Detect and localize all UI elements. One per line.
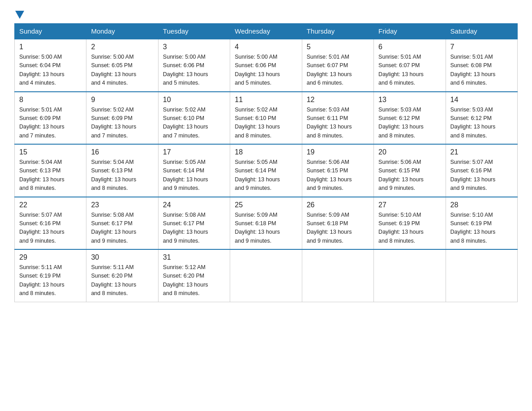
day-info: Sunrise: 5:11 AMSunset: 6:19 PMDaylight:… <box>19 264 64 296</box>
calendar-header-row: SundayMondayTuesdayWednesdayThursdayFrid… <box>15 24 518 39</box>
day-info: Sunrise: 5:01 AMSunset: 6:07 PMDaylight:… <box>307 54 352 86</box>
day-of-week-header: Friday <box>374 24 446 39</box>
day-number: 11 <box>235 96 297 104</box>
day-number: 17 <box>163 148 225 156</box>
day-number: 16 <box>91 148 153 156</box>
day-of-week-header: Tuesday <box>158 24 230 39</box>
day-info: Sunrise: 5:06 AMSunset: 6:15 PMDaylight:… <box>378 159 424 191</box>
day-number: 31 <box>163 253 225 261</box>
day-number: 13 <box>378 96 441 104</box>
calendar-day-cell: 10 Sunrise: 5:02 AMSunset: 6:10 PMDaylig… <box>158 92 230 145</box>
day-info: Sunrise: 5:04 AMSunset: 6:13 PMDaylight:… <box>91 159 136 191</box>
calendar-day-cell: 25 Sunrise: 5:09 AMSunset: 6:18 PMDaylig… <box>230 197 302 250</box>
calendar-day-cell: 16 Sunrise: 5:04 AMSunset: 6:13 PMDaylig… <box>86 144 158 197</box>
day-info: Sunrise: 5:00 AMSunset: 6:04 PMDaylight:… <box>19 54 64 86</box>
day-number: 18 <box>235 148 297 156</box>
calendar-day-cell: 22 Sunrise: 5:07 AMSunset: 6:16 PMDaylig… <box>15 197 86 250</box>
day-number: 10 <box>163 96 225 104</box>
day-info: Sunrise: 5:00 AMSunset: 6:06 PMDaylight:… <box>163 54 208 86</box>
calendar-day-cell: 2 Sunrise: 5:00 AMSunset: 6:05 PMDayligh… <box>86 39 158 92</box>
day-info: Sunrise: 5:06 AMSunset: 6:15 PMDaylight:… <box>307 159 352 191</box>
day-number: 7 <box>450 43 513 51</box>
calendar-day-cell: 13 Sunrise: 5:03 AMSunset: 6:12 PMDaylig… <box>374 92 446 145</box>
day-info: Sunrise: 5:10 AMSunset: 6:19 PMDaylight:… <box>450 212 496 244</box>
calendar-week-row: 1 Sunrise: 5:00 AMSunset: 6:04 PMDayligh… <box>15 39 518 92</box>
day-info: Sunrise: 5:01 AMSunset: 6:09 PMDaylight:… <box>19 107 64 139</box>
calendar-day-cell: 7 Sunrise: 5:01 AMSunset: 6:08 PMDayligh… <box>446 39 517 92</box>
calendar-day-cell: 11 Sunrise: 5:02 AMSunset: 6:10 PMDaylig… <box>230 92 302 145</box>
calendar-day-cell: 29 Sunrise: 5:11 AMSunset: 6:19 PMDaylig… <box>15 249 86 302</box>
calendar-day-cell: 9 Sunrise: 5:02 AMSunset: 6:09 PMDayligh… <box>86 92 158 145</box>
day-info: Sunrise: 5:02 AMSunset: 6:10 PMDaylight:… <box>163 107 208 139</box>
day-info: Sunrise: 5:08 AMSunset: 6:17 PMDaylight:… <box>163 212 208 244</box>
calendar-day-cell: 31 Sunrise: 5:12 AMSunset: 6:20 PMDaylig… <box>158 249 230 302</box>
day-of-week-header: Saturday <box>446 24 517 39</box>
day-of-week-header: Wednesday <box>230 24 302 39</box>
day-number: 14 <box>450 96 513 104</box>
calendar-day-cell: 5 Sunrise: 5:01 AMSunset: 6:07 PMDayligh… <box>302 39 373 92</box>
calendar-day-cell: 12 Sunrise: 5:03 AMSunset: 6:11 PMDaylig… <box>302 92 373 145</box>
calendar-day-cell: 4 Sunrise: 5:00 AMSunset: 6:06 PMDayligh… <box>230 39 302 92</box>
day-number: 22 <box>19 201 82 209</box>
calendar-day-cell: 30 Sunrise: 5:11 AMSunset: 6:20 PMDaylig… <box>86 249 158 302</box>
calendar-day-cell: 24 Sunrise: 5:08 AMSunset: 6:17 PMDaylig… <box>158 197 230 250</box>
day-number: 30 <box>91 253 153 261</box>
day-info: Sunrise: 5:00 AMSunset: 6:05 PMDaylight:… <box>91 54 136 86</box>
day-number: 27 <box>378 201 441 209</box>
day-of-week-header: Thursday <box>302 24 373 39</box>
day-info: Sunrise: 5:03 AMSunset: 6:12 PMDaylight:… <box>378 107 424 139</box>
calendar-week-row: 8 Sunrise: 5:01 AMSunset: 6:09 PMDayligh… <box>15 92 518 145</box>
day-number: 23 <box>91 201 153 209</box>
calendar-day-cell <box>230 249 302 302</box>
day-number: 3 <box>163 43 225 51</box>
calendar-day-cell: 26 Sunrise: 5:09 AMSunset: 6:18 PMDaylig… <box>302 197 373 250</box>
day-number: 20 <box>378 148 441 156</box>
page-header <box>14 11 518 18</box>
calendar-day-cell: 23 Sunrise: 5:08 AMSunset: 6:17 PMDaylig… <box>86 197 158 250</box>
calendar-day-cell: 1 Sunrise: 5:00 AMSunset: 6:04 PMDayligh… <box>15 39 86 92</box>
day-number: 25 <box>235 201 297 209</box>
day-number: 15 <box>19 148 82 156</box>
calendar-day-cell <box>302 249 373 302</box>
day-number: 19 <box>307 148 369 156</box>
calendar-day-cell: 15 Sunrise: 5:04 AMSunset: 6:13 PMDaylig… <box>15 144 86 197</box>
day-info: Sunrise: 5:04 AMSunset: 6:13 PMDaylight:… <box>19 159 64 191</box>
calendar-day-cell <box>446 249 517 302</box>
day-info: Sunrise: 5:01 AMSunset: 6:08 PMDaylight:… <box>450 54 496 86</box>
day-info: Sunrise: 5:05 AMSunset: 6:14 PMDaylight:… <box>163 159 208 191</box>
logo <box>14 11 25 18</box>
logo-text <box>14 11 25 19</box>
day-number: 8 <box>19 96 82 104</box>
calendar-day-cell: 18 Sunrise: 5:05 AMSunset: 6:14 PMDaylig… <box>230 144 302 197</box>
day-number: 4 <box>235 43 297 51</box>
calendar-table: SundayMondayTuesdayWednesdayThursdayFrid… <box>14 23 518 302</box>
calendar-day-cell: 19 Sunrise: 5:06 AMSunset: 6:15 PMDaylig… <box>302 144 373 197</box>
day-info: Sunrise: 5:08 AMSunset: 6:17 PMDaylight:… <box>91 212 136 244</box>
day-number: 26 <box>307 201 369 209</box>
day-info: Sunrise: 5:00 AMSunset: 6:06 PMDaylight:… <box>235 54 280 86</box>
logo-triangle-icon <box>15 11 24 19</box>
day-number: 5 <box>307 43 369 51</box>
calendar-day-cell: 3 Sunrise: 5:00 AMSunset: 6:06 PMDayligh… <box>158 39 230 92</box>
day-info: Sunrise: 5:07 AMSunset: 6:16 PMDaylight:… <box>450 159 496 191</box>
calendar-day-cell <box>374 249 446 302</box>
calendar-day-cell: 27 Sunrise: 5:10 AMSunset: 6:19 PMDaylig… <box>374 197 446 250</box>
day-number: 2 <box>91 43 153 51</box>
calendar-day-cell: 17 Sunrise: 5:05 AMSunset: 6:14 PMDaylig… <box>158 144 230 197</box>
day-info: Sunrise: 5:09 AMSunset: 6:18 PMDaylight:… <box>235 212 280 244</box>
day-info: Sunrise: 5:12 AMSunset: 6:20 PMDaylight:… <box>163 264 208 296</box>
day-of-week-header: Monday <box>86 24 158 39</box>
day-info: Sunrise: 5:10 AMSunset: 6:19 PMDaylight:… <box>378 212 424 244</box>
calendar-day-cell: 20 Sunrise: 5:06 AMSunset: 6:15 PMDaylig… <box>374 144 446 197</box>
day-number: 9 <box>91 96 153 104</box>
day-info: Sunrise: 5:09 AMSunset: 6:18 PMDaylight:… <box>307 212 352 244</box>
day-info: Sunrise: 5:03 AMSunset: 6:12 PMDaylight:… <box>450 107 496 139</box>
day-info: Sunrise: 5:07 AMSunset: 6:16 PMDaylight:… <box>19 212 64 244</box>
calendar-week-row: 15 Sunrise: 5:04 AMSunset: 6:13 PMDaylig… <box>15 144 518 197</box>
calendar-day-cell: 8 Sunrise: 5:01 AMSunset: 6:09 PMDayligh… <box>15 92 86 145</box>
calendar-day-cell: 6 Sunrise: 5:01 AMSunset: 6:07 PMDayligh… <box>374 39 446 92</box>
day-info: Sunrise: 5:02 AMSunset: 6:09 PMDaylight:… <box>91 107 136 139</box>
day-number: 1 <box>19 43 82 51</box>
day-of-week-header: Sunday <box>15 24 86 39</box>
day-number: 6 <box>378 43 441 51</box>
